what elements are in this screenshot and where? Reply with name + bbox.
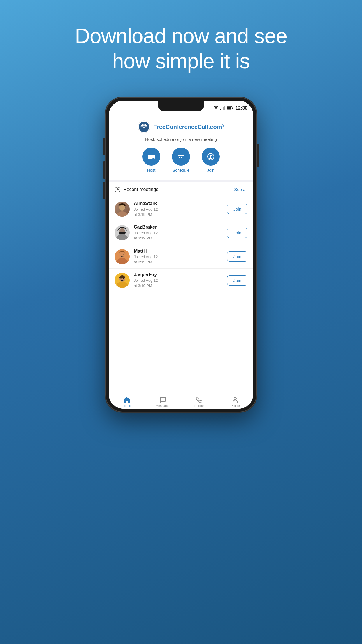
svg-point-31 [123,278,124,279]
meeting-info-1: AlinaStark Joined Aug 12 at 3:19 PM [134,201,223,217]
svg-rect-6 [232,107,233,109]
join-button-3[interactable]: Join [227,251,247,262]
meeting-time-3: Joined Aug 12 at 3:19 PM [134,254,223,265]
meeting-name-2: CazBraker [134,225,223,230]
join-button-1[interactable]: Join [227,204,247,214]
avatar-jasper [115,273,130,288]
signal-icon [220,106,225,110]
phone-screen: 12:30 FreeConferenc [109,101,253,409]
svg-point-21 [116,234,129,240]
section-divider [109,180,253,182]
svg-rect-11 [148,155,153,159]
avatar-matt [115,249,130,264]
join-button-2[interactable]: Join [227,228,247,238]
svg-rect-16 [181,157,182,158]
tagline: Host, schedule or join a new meeting [145,137,217,142]
svg-point-24 [116,258,129,264]
logo-section: FreeConferenceCall.com® Host, schedule o… [109,113,253,180]
schedule-action[interactable]: Schedule [172,148,190,173]
video-icon [147,153,155,161]
meeting-info-2: CazBraker Joined Aug 12 at 3:19 PM [134,225,223,241]
tab-messages-label: Messages [156,404,170,407]
join-button-4[interactable]: Join [227,275,247,286]
home-icon [123,396,130,403]
phone-mockup: 12:30 FreeConferenc [105,97,257,412]
upload-icon [207,153,215,161]
meeting-item-2: CazBraker Joined Aug 12 at 3:19 PM Join [109,221,253,244]
meeting-name-4: JasperFay [134,272,223,277]
svg-point-26 [121,254,122,255]
svg-point-28 [116,281,129,288]
host-button[interactable] [142,148,160,166]
svg-point-25 [119,252,125,258]
join-label: Join [207,168,215,173]
meeting-item-4: JasperFay Joined Aug 12 at 3:19 PM Join [109,268,253,292]
meeting-time-2: Joined Aug 12 at 3:19 PM [134,230,223,241]
svg-rect-23 [119,232,126,234]
meeting-name-1: AlinaStark [134,201,223,206]
join-button[interactable] [202,148,220,166]
tab-home-label: Home [122,404,131,407]
svg-point-30 [121,278,122,279]
wifi-icon [213,106,219,110]
tab-phone[interactable]: Phone [181,396,217,407]
app-logo-icon [138,120,150,133]
headline-line1: Download now and see [75,24,287,48]
recent-header: Recent meetings See all [109,182,253,197]
meeting-time-4: Joined Aug 12 at 3:19 PM [134,278,223,288]
schedule-button[interactable] [172,148,190,166]
svg-point-10 [143,126,145,127]
battery-icon [227,106,233,110]
svg-rect-2 [223,107,224,110]
notch [158,101,204,111]
meeting-name-3: MattH [134,249,223,254]
meeting-time-1: Joined Aug 12 at 3:19 PM [134,207,223,217]
tab-phone-label: Phone [194,404,204,407]
clock-icon [115,187,120,192]
logo-row: FreeConferenceCall.com® [138,120,224,133]
app-content: FreeConferenceCall.com® Host, schedule o… [109,113,253,409]
svg-rect-14 [182,153,183,155]
svg-point-27 [123,254,124,255]
calendar-icon [177,153,185,161]
meeting-item-1: AlinaStark Joined Aug 12 at 3:19 PM Join [109,197,253,221]
meeting-info-3: MattH Joined Aug 12 at 3:19 PM [134,249,223,265]
svg-rect-12 [178,154,184,160]
see-all-button[interactable]: See all [234,187,247,192]
recent-title-row: Recent meetings [115,187,158,192]
meeting-item-3: MattH Joined Aug 12 at 3:19 PM Join [109,245,253,268]
avatar-caz [115,225,130,240]
recent-title: Recent meetings [123,187,158,192]
host-action[interactable]: Host [142,148,160,173]
recent-meetings-section: Recent meetings See all [109,182,253,394]
svg-point-19 [117,211,127,217]
svg-rect-1 [222,108,222,110]
phone-icon [196,396,203,403]
messages-icon [159,396,166,403]
tab-profile-label: Profile [231,404,240,407]
headline-line2: how simple it is [112,49,250,73]
tab-messages[interactable]: Messages [145,396,181,407]
svg-rect-15 [179,157,180,158]
svg-point-32 [234,397,236,400]
action-buttons: Host [142,148,220,173]
profile-icon [232,396,239,403]
avatar-alina [115,202,130,217]
schedule-label: Schedule [173,168,189,173]
svg-rect-13 [180,153,180,155]
svg-rect-3 [224,106,225,110]
svg-rect-0 [220,109,221,110]
logo-text: FreeConferenceCall.com® [153,123,224,130]
headline: Download now and see how simple it is [52,23,311,74]
join-action[interactable]: Join [202,148,220,173]
svg-rect-5 [227,107,231,109]
meeting-info-4: JasperFay Joined Aug 12 at 3:19 PM [134,272,223,288]
tab-bar: Home Messages Phone [109,394,253,409]
status-icons [213,106,233,110]
status-time: 12:30 [236,106,247,111]
host-label: Host [147,168,156,173]
logo-brand: FreeConferenceCall.com [153,124,222,130]
